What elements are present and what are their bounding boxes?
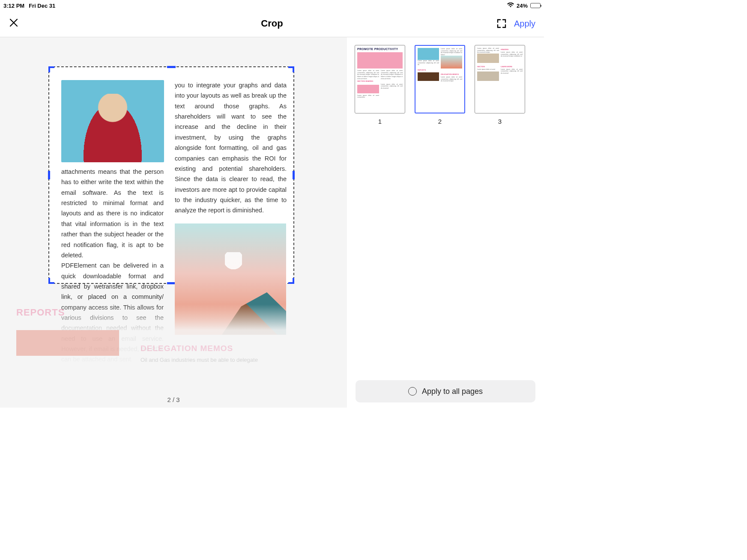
page-indicator: 2 / 3	[167, 396, 179, 403]
crop-handle-left[interactable]	[48, 171, 50, 179]
doc-text-left-1: attachments means that the person has to…	[61, 167, 164, 260]
thumbnail-3[interactable]: Lorem ipsum dolor sit amet consectetur a…	[475, 45, 525, 125]
apply-to-all-pages-button[interactable]: Apply to all pages	[356, 380, 535, 402]
nav-bar: Crop Apply	[0, 10, 544, 37]
crop-handle-right[interactable]	[293, 171, 295, 179]
delegation-heading: DELEGATION MEMOS	[140, 344, 233, 353]
thumb-number: 3	[498, 118, 502, 125]
thumbnail-1[interactable]: PROMOTE PRODUCTIVITY Lorem ipsum dolor s…	[355, 45, 405, 125]
ghost-text: Oil and Gas industries must be able to d…	[140, 357, 258, 363]
battery-icon	[530, 3, 541, 8]
doc-text-right-1: you to integrate your graphs and data in…	[175, 80, 287, 216]
apply-button[interactable]: Apply	[514, 19, 535, 29]
crop-handle-bottom[interactable]	[167, 282, 176, 284]
thumbnail-2[interactable]: Lorem ipsum dolor sit amet consectetur a…	[415, 45, 465, 125]
battery-pct: 24%	[517, 3, 528, 9]
doc-image-sunset	[16, 330, 119, 356]
crop-handle-top[interactable]	[167, 66, 176, 68]
reports-heading: REPORTS	[16, 307, 326, 318]
radio-unchecked-icon	[408, 387, 417, 396]
thumb-title: PROMOTE PRODUCTIVITY	[357, 48, 403, 51]
apply-all-label: Apply to all pages	[422, 387, 483, 396]
status-time: 3:12 PM	[3, 3, 24, 9]
page-title: Crop	[261, 18, 283, 29]
close-button[interactable]	[9, 18, 19, 30]
status-date: Fri Dec 31	[29, 3, 55, 9]
crop-region[interactable]: attachments means that the person has to…	[48, 66, 294, 284]
thumb-number: 2	[438, 118, 442, 125]
page-below-crop: REPORTS DELEGATION MEMOS Oil and Gas ind…	[3, 304, 339, 408]
expand-icon[interactable]	[497, 19, 506, 28]
wifi-icon	[507, 3, 514, 9]
thumb-number: 1	[378, 118, 382, 125]
doc-image-person	[61, 80, 164, 162]
crop-preview-area[interactable]: attachments means that the person has to…	[0, 37, 347, 408]
thumbnail-sidebar: PROMOTE PRODUCTIVITY Lorem ipsum dolor s…	[347, 37, 544, 408]
status-bar: 3:12 PM Fri Dec 31 24%	[0, 0, 544, 10]
